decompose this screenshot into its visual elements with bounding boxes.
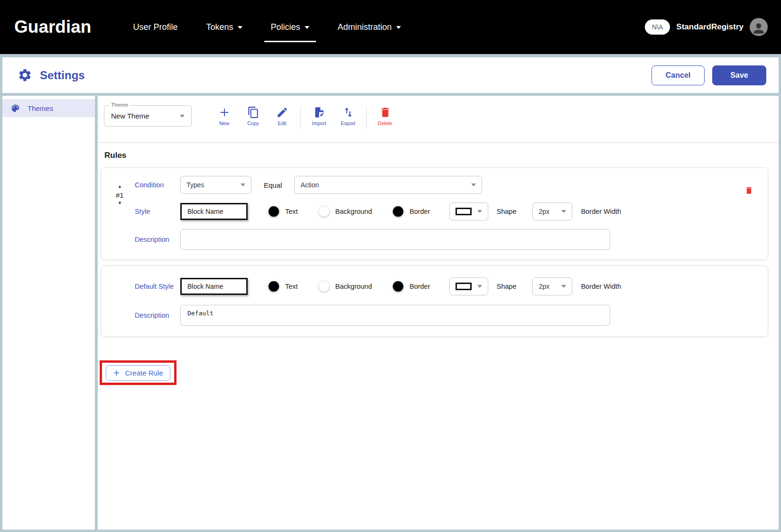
copy-theme-button[interactable]: Copy xyxy=(239,106,268,126)
default-style-card: Default Style Block Name Text Background… xyxy=(101,266,768,337)
description-label: Description xyxy=(135,236,180,243)
border-color-swatch[interactable] xyxy=(393,281,403,292)
chevron-down-icon xyxy=(396,26,401,29)
import-file-icon xyxy=(313,106,325,119)
move-down-button[interactable]: ▼ xyxy=(117,200,123,207)
chevron-down-icon xyxy=(238,26,242,29)
border-width-select[interactable]: 2px xyxy=(532,202,572,220)
save-button[interactable]: Save xyxy=(712,65,766,85)
new-theme-button[interactable]: New xyxy=(210,106,239,126)
rule-card-1: ▲ #1 ▼ Condition Types Equal Action xyxy=(101,167,768,260)
border-color-group: Border xyxy=(393,281,430,292)
theme-select-value: New Theme xyxy=(111,112,149,120)
page-frame: Settings Cancel Save Themes Theme New Th… xyxy=(0,54,781,532)
create-rule-button[interactable]: Create Rule xyxy=(106,365,170,381)
shape-label: Shape xyxy=(497,283,517,290)
border-color-group: Border xyxy=(393,206,430,217)
rule-order-control: ▲ #1 ▼ xyxy=(116,183,124,207)
nav-item-user-profile[interactable]: User Profile xyxy=(119,0,192,54)
nav-item-tokens[interactable]: Tokens xyxy=(192,0,256,54)
text-color-swatch[interactable] xyxy=(269,206,279,217)
border-width-select[interactable]: 2px xyxy=(532,277,572,295)
condition-value-select[interactable]: Action xyxy=(294,176,482,194)
palette-icon xyxy=(10,103,20,113)
import-theme-button[interactable]: Import xyxy=(305,106,334,126)
create-rule-wrap: Create Rule xyxy=(100,360,768,385)
chevron-down-icon xyxy=(241,183,245,186)
background-color-swatch[interactable] xyxy=(319,206,329,217)
shape-label: Shape xyxy=(497,208,517,215)
shape-preview-rect xyxy=(456,208,472,215)
chevron-down-icon xyxy=(477,285,482,288)
nav-item-policies[interactable]: Policies xyxy=(257,0,324,54)
border-color-swatch[interactable] xyxy=(393,206,403,217)
description-row: Description xyxy=(135,229,754,250)
sidebar-item-label: Themes xyxy=(28,104,53,112)
condition-row: Condition Types Equal Action xyxy=(135,176,754,194)
page-title: Settings xyxy=(40,69,85,82)
text-color-group: Text xyxy=(269,206,298,217)
description-row: Description Default xyxy=(135,305,754,326)
chevron-down-icon xyxy=(561,210,566,213)
text-color-swatch[interactable] xyxy=(269,281,279,292)
style-row: Style Block Name Text Background Border xyxy=(135,202,754,220)
plus-icon xyxy=(113,369,120,376)
background-color-swatch[interactable] xyxy=(319,281,329,292)
toolbar-separator xyxy=(300,106,301,128)
description-label: Description xyxy=(135,312,180,319)
rule-index: #1 xyxy=(116,191,124,199)
chevron-down-icon xyxy=(477,210,482,213)
shape-select[interactable] xyxy=(449,277,488,295)
edit-theme-button[interactable]: Edit xyxy=(268,106,297,126)
description-input[interactable]: Default xyxy=(180,305,610,326)
content-row: Themes Theme New Theme New xyxy=(2,96,779,530)
export-arrows-icon xyxy=(342,106,354,119)
plus-icon xyxy=(218,106,231,119)
nav-item-label: Policies xyxy=(271,22,300,32)
header-right: N\A StandardRegistry xyxy=(645,18,781,36)
background-color-group: Background xyxy=(319,281,372,292)
operator-label: Equal xyxy=(264,181,282,189)
app-header: Guardian User Profile Tokens Policies Ad… xyxy=(0,0,781,54)
bar-actions: Cancel Save xyxy=(651,65,766,85)
divider xyxy=(98,142,779,143)
block-name-preview[interactable]: Block Name xyxy=(180,278,248,295)
annotation-highlight: Create Rule xyxy=(100,360,177,385)
move-up-button[interactable]: ▲ xyxy=(117,183,123,191)
rules-heading: Rules xyxy=(104,151,768,160)
background-color-group: Background xyxy=(319,206,372,217)
trash-icon xyxy=(379,106,391,119)
balance-badge: N\A xyxy=(645,19,670,35)
default-style-row: Default Style Block Name Text Background… xyxy=(135,277,754,295)
toolbar-separator xyxy=(366,106,367,128)
sidebar-item-themes[interactable]: Themes xyxy=(2,99,95,117)
theme-row: Theme New Theme New Copy Edit xyxy=(101,105,768,128)
settings-bar: Settings Cancel Save xyxy=(2,57,779,93)
nav-item-administration[interactable]: Administration xyxy=(324,0,415,54)
delete-rule-button[interactable] xyxy=(744,186,753,195)
avatar[interactable] xyxy=(750,18,768,36)
theme-select-label: Theme xyxy=(109,102,130,108)
condition-type-select[interactable]: Types xyxy=(180,176,251,194)
description-input[interactable] xyxy=(180,229,610,250)
export-theme-button[interactable]: Export xyxy=(334,106,363,126)
shape-select[interactable] xyxy=(449,202,488,220)
block-name-preview[interactable]: Block Name xyxy=(180,203,248,220)
default-style-label: Default Style xyxy=(135,283,180,290)
chevron-down-icon xyxy=(561,285,566,288)
delete-theme-button[interactable]: Delete xyxy=(371,106,400,126)
gear-icon xyxy=(18,68,32,83)
cancel-button[interactable]: Cancel xyxy=(651,65,705,85)
main-nav: User Profile Tokens Policies Administrat… xyxy=(119,0,415,54)
theme-select[interactable]: Theme New Theme xyxy=(104,105,192,127)
border-width-label: Border Width xyxy=(581,283,621,290)
text-color-group: Text xyxy=(269,281,298,292)
chevron-down-icon xyxy=(471,183,476,186)
app-logo: Guardian xyxy=(14,17,91,37)
shape-preview-rect xyxy=(456,283,472,290)
person-icon xyxy=(751,21,766,36)
border-width-label: Border Width xyxy=(581,208,621,215)
nav-item-label: User Profile xyxy=(133,22,177,32)
chevron-down-icon xyxy=(305,26,309,29)
trash-icon xyxy=(744,186,753,195)
